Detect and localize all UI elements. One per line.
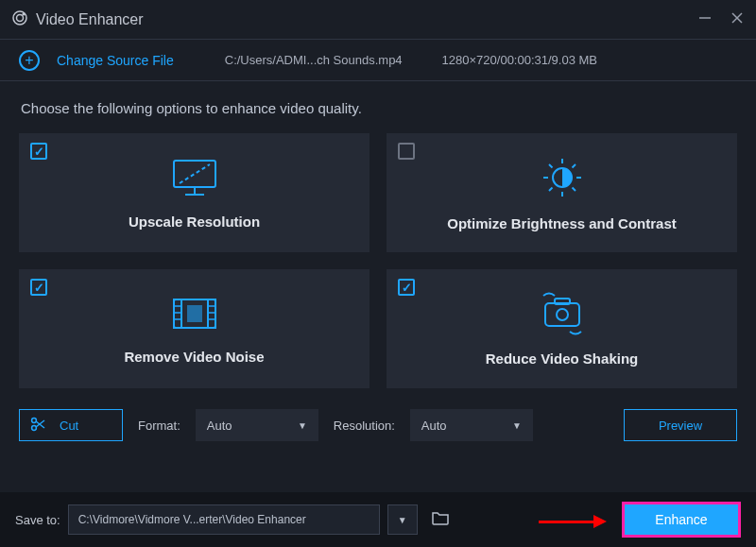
checkbox-noise[interactable]: ✓ <box>30 279 47 296</box>
card-label: Upscale Resolution <box>129 214 260 230</box>
change-source-link[interactable]: Change Source File <box>57 53 174 68</box>
controls-row: Cut Format: Auto ▼ Resolution: Auto ▼ Pr… <box>0 388 756 441</box>
enhance-label: Enhance <box>655 512 707 527</box>
checkbox-upscale[interactable]: ✓ <box>30 143 47 160</box>
brightness-icon <box>540 155 585 204</box>
save-path-text: C:\Vidmore\Vidmore V...erter\Video Enhan… <box>78 513 306 526</box>
svg-point-31 <box>557 309 568 320</box>
svg-line-16 <box>572 187 576 191</box>
film-icon <box>168 294 221 337</box>
save-path-box[interactable]: C:\Vidmore\Vidmore V...erter\Video Enhan… <box>68 504 380 535</box>
chevron-down-icon: ▼ <box>298 420 307 431</box>
svg-rect-22 <box>187 305 202 322</box>
card-remove-noise[interactable]: ✓ Remove Video Noise <box>19 269 369 388</box>
svg-rect-21 <box>208 299 215 328</box>
svg-line-18 <box>572 164 576 168</box>
open-folder-button[interactable] <box>425 504 455 535</box>
card-label: Reduce Video Shaking <box>486 350 638 367</box>
svg-point-2 <box>22 12 25 15</box>
resolution-label: Resolution: <box>334 419 395 433</box>
titlebar: Video Enhancer <box>0 0 756 40</box>
checkbox-shaking[interactable]: ✓ <box>398 279 415 296</box>
app-title: Video Enhancer <box>36 11 144 28</box>
svg-line-15 <box>549 164 553 168</box>
card-reduce-shaking[interactable]: ✓ Reduce Video Shaking <box>387 269 737 388</box>
format-label: Format: <box>138 419 180 433</box>
chevron-down-icon: ▼ <box>398 515 407 525</box>
cut-label: Cut <box>60 419 78 433</box>
svg-line-17 <box>549 187 553 191</box>
svg-line-35 <box>36 420 44 427</box>
source-row: + Change Source File C:/Users/ADMI...ch … <box>0 40 756 81</box>
instruction-text: Choose the following options to enhance … <box>0 81 756 133</box>
scissors-icon <box>29 416 46 436</box>
card-label: Remove Video Noise <box>124 349 264 365</box>
format-value: Auto <box>207 419 232 433</box>
svg-line-34 <box>36 421 44 428</box>
card-label: Optimize Brightness and Contrast <box>447 215 677 231</box>
resolution-dropdown[interactable]: Auto ▼ <box>410 409 533 441</box>
folder-icon <box>431 510 450 529</box>
resolution-value: Auto <box>421 419 447 433</box>
save-path-dropdown[interactable]: ▼ <box>387 504 418 535</box>
svg-rect-20 <box>174 299 181 328</box>
preview-label: Preview <box>659 419 702 433</box>
format-dropdown[interactable]: Auto ▼ <box>196 409 318 441</box>
svg-rect-29 <box>545 303 579 326</box>
cut-button[interactable]: Cut <box>19 409 123 441</box>
camera-shake-icon <box>534 292 591 339</box>
card-upscale-resolution[interactable]: ✓ Upscale Resolution <box>19 133 369 252</box>
chevron-down-icon: ▼ <box>512 420 522 431</box>
minimize-button[interactable] <box>697 10 713 29</box>
svg-line-7 <box>180 164 210 183</box>
bottom-bar: Save to: C:\Vidmore\Vidmore V...erter\Vi… <box>0 492 756 547</box>
preview-button[interactable]: Preview <box>624 409 737 441</box>
source-path: C:/Users/ADMI...ch Sounds.mp4 <box>225 53 403 67</box>
app-icon <box>11 9 28 30</box>
source-meta: 1280×720/00:00:31/9.03 MB <box>442 53 597 67</box>
enhance-highlight: Enhance <box>622 502 741 538</box>
add-source-button[interactable]: + <box>19 50 40 71</box>
enhance-button[interactable]: Enhance <box>625 504 738 535</box>
svg-rect-30 <box>555 299 570 304</box>
annotation-arrow <box>539 515 607 528</box>
close-button[interactable] <box>730 10 745 29</box>
options-grid: ✓ Upscale Resolution <box>0 133 756 388</box>
checkbox-brightness[interactable] <box>398 143 415 160</box>
card-optimize-brightness[interactable]: Optimize Brightness and Contrast <box>387 133 737 252</box>
svg-point-1 <box>17 14 24 21</box>
save-to-label: Save to: <box>15 513 60 527</box>
monitor-icon <box>168 157 221 202</box>
